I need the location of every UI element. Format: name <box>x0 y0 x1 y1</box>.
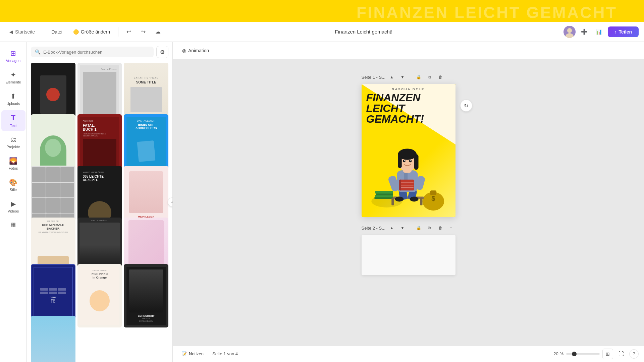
page1-container: Seite 1 - S... ▲ ▼ 🔒 ⧉ 🗑 + SASCHA DELP <box>362 73 455 217</box>
book-figure: $ <box>368 136 449 214</box>
help-icon: ? <box>633 351 635 356</box>
vorlagen-label: Vorlagen <box>6 59 20 63</box>
page1-down-button[interactable]: ▼ <box>398 73 407 81</box>
page1-copy-button[interactable]: ⧉ <box>425 73 434 81</box>
back-button[interactable]: ◀ Startseite <box>5 27 39 37</box>
svg-point-17 <box>410 197 418 202</box>
resize-button[interactable]: 🟡 Größe ändern <box>69 27 114 37</box>
svg-rect-7 <box>375 191 393 193</box>
book-title: FINANZEN LEICHT GEMACHT! <box>366 92 451 124</box>
text-icon: T <box>11 114 15 122</box>
redo-button[interactable]: ↪ <box>137 26 149 38</box>
template-item[interactable]: SEHNSUCHT Nach Dir ESTELLE DARCY <box>124 264 168 328</box>
sidebar-item-vorlagen[interactable]: ⊞ Vorlagen <box>1 46 25 66</box>
share-icon: ↑ <box>614 29 617 35</box>
template-panel: 🔍 ⚙ Sascha Primus SOME BOOK <box>27 42 173 362</box>
sidebar-item-videos[interactable]: ▶ Videos <box>1 196 25 217</box>
share-button[interactable]: ↑ Teilen <box>608 26 639 37</box>
page2-up-button[interactable]: ▲ <box>387 224 396 232</box>
svg-rect-13 <box>420 197 422 205</box>
page1-add-button[interactable]: + <box>447 73 455 81</box>
cloud-icon: ☁ <box>155 28 161 35</box>
animation-button[interactable]: ◎ Animation <box>178 46 213 55</box>
book-title-line3: GEMACHT! <box>366 114 451 124</box>
expand-icon: ⛶ <box>619 351 624 357</box>
top-banner-text: FINANZEN LEICHT GEMACHT <box>357 3 617 22</box>
page-info: Seite 1 von 4 <box>212 351 238 356</box>
refresh-button[interactable]: ↻ <box>460 100 472 112</box>
text-label: Text <box>10 124 16 128</box>
fotos-label: Fotos <box>9 166 18 170</box>
svg-rect-31 <box>414 154 418 170</box>
search-input[interactable] <box>43 50 150 55</box>
top-banner: FINANZEN LEICHT GEMACHT <box>0 0 644 22</box>
grid-view-button[interactable]: ⊞ <box>602 349 613 359</box>
sidebar-item-uploads[interactable]: ⬆ Uploads <box>1 89 25 109</box>
page2-copy-button[interactable]: ⧉ <box>425 224 434 232</box>
uploads-icon: ⬆ <box>10 92 16 100</box>
stats-icon: 📊 <box>596 28 602 35</box>
page1-controls: Seite 1 - S... ▲ ▼ 🔒 ⧉ 🗑 + <box>362 73 455 81</box>
search-input-wrap: 🔍 <box>31 47 154 57</box>
sidebar: ⊞ Vorlagen ✦ Elemente ⬆ Uploads T Text 🗂… <box>0 42 27 362</box>
pattern-icon: ▦ <box>11 221 16 228</box>
search-bar: 🔍 ⚙ <box>27 42 172 61</box>
svg-rect-12 <box>391 197 394 205</box>
filter-icon: ⚙ <box>160 49 165 55</box>
template-item[interactable]: GRETA BLUME EIN LEBENin Orange <box>77 264 122 328</box>
notes-icon: 📝 <box>181 351 187 356</box>
add-user-button[interactable]: ➕ <box>578 26 590 38</box>
page2-delete-button[interactable]: 🗑 <box>436 224 445 232</box>
back-label: Startseite <box>15 29 35 35</box>
sidebar-item-text[interactable]: T Text <box>1 110 25 131</box>
animation-icon: ◎ <box>182 48 186 53</box>
projekte-label: Projekte <box>6 145 20 149</box>
page1-lock-button[interactable]: 🔒 <box>415 73 423 81</box>
uploads-label: Uploads <box>6 102 20 106</box>
avatar[interactable] <box>564 26 576 38</box>
nav-divider2 <box>118 27 118 37</box>
notes-button[interactable]: 📝 Notizen <box>178 349 207 358</box>
save-cloud-button[interactable]: ☁ <box>152 26 164 38</box>
plus-icon: ➕ <box>581 28 588 35</box>
sidebar-item-projekte[interactable]: 🗂 Projekte <box>1 132 25 152</box>
elemente-icon: ✦ <box>10 71 16 79</box>
page2-controls: Seite 2 - S... ▲ ▼ 🔒 ⧉ 🗑 + <box>362 224 455 232</box>
file-menu-button[interactable]: Datei <box>47 27 66 37</box>
template-grid: Sascha Primus SOME BOOK SARAH HOFFMAN SO… <box>27 61 172 362</box>
filter-button[interactable]: ⚙ <box>156 46 168 58</box>
page1-delete-button[interactable]: 🗑 <box>436 73 445 81</box>
redo-icon: ↪ <box>141 28 146 35</box>
nav-right: ➕ 📊 ↑ Teilen <box>564 26 639 38</box>
canvas-scroll[interactable]: Seite 1 - S... ▲ ▼ 🔒 ⧉ 🗑 + SASCHA DELP <box>173 59 644 345</box>
svg-point-34 <box>404 160 405 161</box>
svg-point-1 <box>567 28 572 33</box>
svg-text:$: $ <box>431 195 435 202</box>
page2-lock-button[interactable]: 🔒 <box>415 224 423 232</box>
page2-cover[interactable] <box>362 235 455 275</box>
sidebar-item-elemente[interactable]: ✦ Elemente <box>1 67 25 87</box>
page2-add-button[interactable]: + <box>447 224 455 232</box>
book-title-line2: LEICHT <box>366 103 451 114</box>
book-title-line1: FINANZEN <box>366 92 451 103</box>
file-label: Datei <box>51 29 62 35</box>
fullscreen-button[interactable]: ⛶ <box>616 349 627 359</box>
undo-button[interactable]: ↩ <box>122 26 135 38</box>
stile-icon: 🎨 <box>9 178 17 186</box>
page2-down-button[interactable]: ▼ <box>398 224 407 232</box>
stats-button[interactable]: 📊 <box>593 26 605 38</box>
sidebar-item-stile[interactable]: 🎨 Stile <box>1 175 25 195</box>
template-item[interactable] <box>31 316 75 362</box>
book-author: SASCHA DELP <box>362 87 455 91</box>
page2-label: Seite 2 - S... <box>362 226 386 231</box>
help-button[interactable]: ? <box>629 349 639 359</box>
svg-point-35 <box>410 160 411 161</box>
canvas-toolbar: ◎ Animation <box>173 42 644 59</box>
book-cover[interactable]: SASCHA DELP FINANZEN LEICHT GEMACHT! <box>362 84 455 217</box>
sidebar-item-fotos[interactable]: 🌄 Fotos <box>1 154 25 174</box>
page2-container: Seite 2 - S... ▲ ▼ 🔒 ⧉ 🗑 + <box>362 224 455 275</box>
page1-up-button[interactable]: ▲ <box>387 73 396 81</box>
document-title: Finanzen Leicht gemacht! <box>167 29 561 35</box>
sidebar-item-pattern[interactable]: ▦ <box>1 218 25 231</box>
zoom-slider[interactable] <box>566 353 600 355</box>
